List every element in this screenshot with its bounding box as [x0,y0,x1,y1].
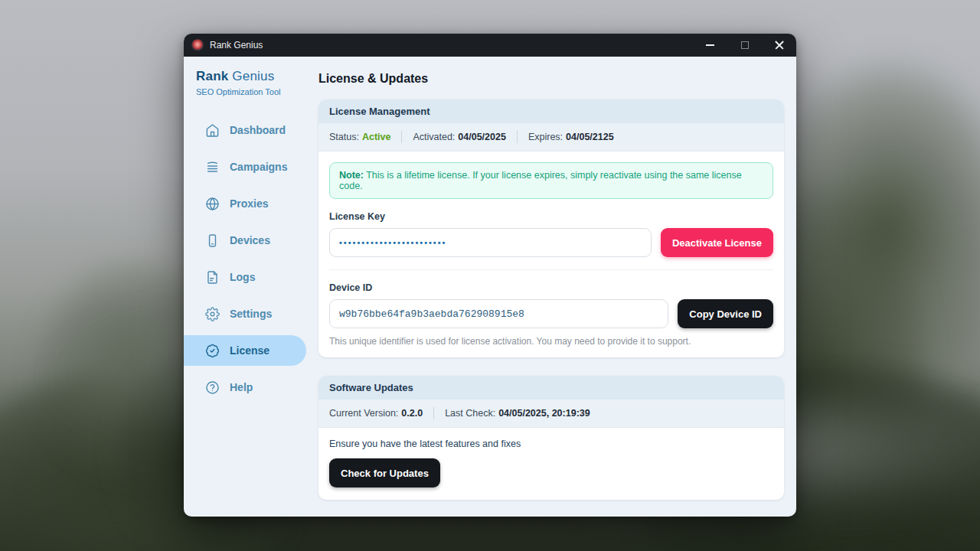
license-key-input[interactable] [329,228,652,257]
check-for-updates-button[interactable]: Check for Updates [329,458,440,487]
brand-rest: Genius [228,69,274,83]
license-status-row: Status: Active Activated: 04/05/2025 Exp… [318,123,784,152]
main-content: License & Updates License Management Sta… [306,57,796,517]
sidebar-item-proxies[interactable]: Proxies [184,188,306,219]
divider [401,131,402,143]
sidebar-item-label: Devices [230,234,270,246]
sidebar-item-license[interactable]: License [184,335,306,366]
maximize-icon [741,41,749,49]
copy-device-id-button[interactable]: Copy Device ID [678,299,773,328]
sidebar-item-settings[interactable]: Settings [184,298,306,329]
window-title: Rank Genius [210,40,263,51]
updates-status-row: Current Version: 0.2.0 Last Check: 04/05… [318,399,784,428]
activated-label: Activated: [413,132,455,142]
app-brand: Rank Genius SEO Optimization Tool [184,69,306,96]
divider [329,269,773,270]
sidebar-item-label: Dashboard [230,124,286,136]
license-management-card: License Management Status: Active Activa… [318,99,784,357]
sidebar-item-logs[interactable]: Logs [184,262,306,292]
home-icon [205,123,220,138]
document-icon [205,270,220,285]
close-button[interactable] [762,34,796,57]
sidebar-item-label: Logs [230,271,255,283]
app-logo-icon [191,39,204,51]
status-badge: Active [362,132,391,142]
brand-subtitle: SEO Optimization Tool [196,87,306,96]
software-updates-card: Software Updates Current Version: 0.2.0 … [318,376,784,500]
question-circle-icon [205,380,220,395]
minimize-icon [706,44,714,46]
titlebar: Rank Genius [184,34,796,57]
expires-label: Expires: [528,132,563,142]
sidebar-item-label: Campaigns [230,161,287,173]
sidebar-item-devices[interactable]: Devices [184,225,306,256]
divider [433,407,434,419]
badge-check-icon [205,344,220,358]
sidebar: Rank Genius SEO Optimization Tool Dashbo… [184,57,306,517]
sidebar-item-dashboard[interactable]: Dashboard [184,115,306,145]
deactivate-license-button[interactable]: Deactivate License [661,228,773,257]
stack-lines-icon [205,160,220,174]
license-key-label: License Key [329,211,773,222]
sidebar-item-label: Help [230,381,253,393]
divider [517,131,518,143]
maximize-button[interactable] [727,34,762,57]
current-version-value: 0.2.0 [401,408,423,419]
device-id-help-text: This unique identifier is used for licen… [329,336,773,347]
sidebar-item-label: Settings [230,308,272,320]
page-title: License & Updates [318,72,784,86]
sidebar-item-help[interactable]: Help [184,372,306,403]
globe-icon [205,197,220,211]
last-check-value: 04/05/2025, 20:19:39 [498,408,590,419]
last-check-label: Last Check: [445,408,495,419]
expires-date: 04/05/2125 [566,132,614,142]
device-id-label: Device ID [329,282,773,293]
gear-icon [205,307,220,321]
current-version-label: Current Version: [329,408,398,419]
smartphone-icon [205,233,220,248]
lifetime-license-note: Note: This is a lifetime license. If you… [329,162,773,199]
sidebar-item-label: Proxies [230,197,269,210]
note-label: Note: [339,170,364,181]
note-text: This is a lifetime license. If your lice… [339,170,742,191]
close-icon [775,41,784,50]
updates-description: Ensure you have the latest features and … [329,439,773,449]
app-window: Rank Genius Rank Genius SEO Optimization… [184,34,796,517]
sidebar-item-campaigns[interactable]: Campaigns [184,152,306,182]
device-id-input[interactable] [329,299,668,328]
activated-date: 04/05/2025 [458,132,506,142]
status-label: Status: [329,132,359,142]
sidebar-item-label: License [230,344,270,357]
minimize-button[interactable] [693,34,727,57]
updates-section-header: Software Updates [318,376,784,399]
brand-bold: Rank [196,69,228,83]
license-section-header: License Management [318,99,784,123]
